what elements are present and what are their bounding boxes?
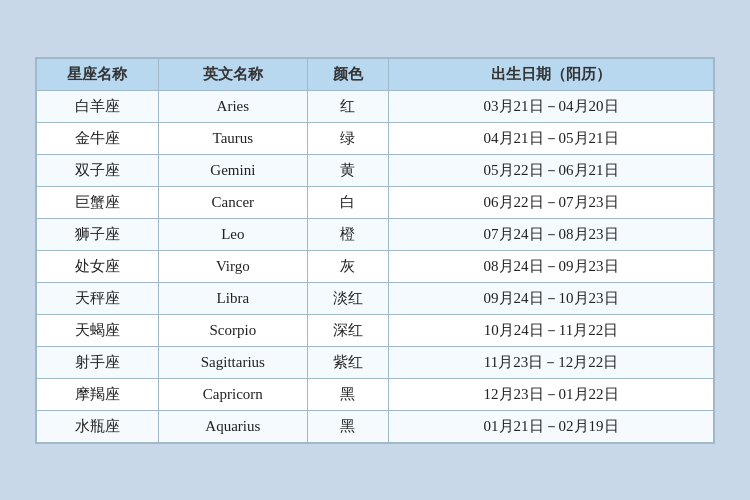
cell-color: 白 bbox=[307, 186, 388, 218]
cell-en: Sagittarius bbox=[158, 346, 307, 378]
cell-date: 11月23日－12月22日 bbox=[389, 346, 714, 378]
zodiac-table-wrapper: 星座名称 英文名称 颜色 出生日期（阳历） 白羊座Aries红03月21日－04… bbox=[35, 57, 715, 444]
cell-color: 淡红 bbox=[307, 282, 388, 314]
cell-cn: 金牛座 bbox=[37, 122, 159, 154]
cell-date: 06月22日－07月23日 bbox=[389, 186, 714, 218]
cell-date: 07月24日－08月23日 bbox=[389, 218, 714, 250]
cell-cn: 狮子座 bbox=[37, 218, 159, 250]
table-row: 天蝎座Scorpio深红10月24日－11月22日 bbox=[37, 314, 714, 346]
cell-date: 01月21日－02月19日 bbox=[389, 410, 714, 442]
cell-date: 03月21日－04月20日 bbox=[389, 90, 714, 122]
table-row: 白羊座Aries红03月21日－04月20日 bbox=[37, 90, 714, 122]
table-row: 金牛座Taurus绿04月21日－05月21日 bbox=[37, 122, 714, 154]
table-row: 射手座Sagittarius紫红11月23日－12月22日 bbox=[37, 346, 714, 378]
cell-cn: 处女座 bbox=[37, 250, 159, 282]
cell-color: 灰 bbox=[307, 250, 388, 282]
cell-color: 黑 bbox=[307, 378, 388, 410]
cell-cn: 天蝎座 bbox=[37, 314, 159, 346]
table-row: 处女座Virgo灰08月24日－09月23日 bbox=[37, 250, 714, 282]
cell-cn: 白羊座 bbox=[37, 90, 159, 122]
cell-en: Libra bbox=[158, 282, 307, 314]
cell-en: Taurus bbox=[158, 122, 307, 154]
table-row: 摩羯座Capricorn黑12月23日－01月22日 bbox=[37, 378, 714, 410]
header-cn: 星座名称 bbox=[37, 58, 159, 90]
cell-color: 深红 bbox=[307, 314, 388, 346]
cell-color: 橙 bbox=[307, 218, 388, 250]
cell-en: Aries bbox=[158, 90, 307, 122]
cell-en: Cancer bbox=[158, 186, 307, 218]
cell-cn: 射手座 bbox=[37, 346, 159, 378]
cell-date: 10月24日－11月22日 bbox=[389, 314, 714, 346]
header-color: 颜色 bbox=[307, 58, 388, 90]
cell-en: Virgo bbox=[158, 250, 307, 282]
cell-date: 04月21日－05月21日 bbox=[389, 122, 714, 154]
table-row: 狮子座Leo橙07月24日－08月23日 bbox=[37, 218, 714, 250]
cell-color: 红 bbox=[307, 90, 388, 122]
cell-date: 09月24日－10月23日 bbox=[389, 282, 714, 314]
table-row: 天秤座Libra淡红09月24日－10月23日 bbox=[37, 282, 714, 314]
cell-en: Aquarius bbox=[158, 410, 307, 442]
cell-color: 绿 bbox=[307, 122, 388, 154]
zodiac-table: 星座名称 英文名称 颜色 出生日期（阳历） 白羊座Aries红03月21日－04… bbox=[36, 58, 714, 443]
cell-en: Scorpio bbox=[158, 314, 307, 346]
cell-cn: 双子座 bbox=[37, 154, 159, 186]
cell-cn: 水瓶座 bbox=[37, 410, 159, 442]
cell-color: 紫红 bbox=[307, 346, 388, 378]
table-row: 巨蟹座Cancer白06月22日－07月23日 bbox=[37, 186, 714, 218]
cell-cn: 巨蟹座 bbox=[37, 186, 159, 218]
cell-en: Gemini bbox=[158, 154, 307, 186]
cell-cn: 天秤座 bbox=[37, 282, 159, 314]
table-header-row: 星座名称 英文名称 颜色 出生日期（阳历） bbox=[37, 58, 714, 90]
cell-color: 黄 bbox=[307, 154, 388, 186]
header-en: 英文名称 bbox=[158, 58, 307, 90]
cell-date: 08月24日－09月23日 bbox=[389, 250, 714, 282]
cell-en: Leo bbox=[158, 218, 307, 250]
cell-color: 黑 bbox=[307, 410, 388, 442]
table-row: 双子座Gemini黄05月22日－06月21日 bbox=[37, 154, 714, 186]
header-date: 出生日期（阳历） bbox=[389, 58, 714, 90]
table-row: 水瓶座Aquarius黑01月21日－02月19日 bbox=[37, 410, 714, 442]
cell-date: 05月22日－06月21日 bbox=[389, 154, 714, 186]
cell-date: 12月23日－01月22日 bbox=[389, 378, 714, 410]
cell-cn: 摩羯座 bbox=[37, 378, 159, 410]
cell-en: Capricorn bbox=[158, 378, 307, 410]
